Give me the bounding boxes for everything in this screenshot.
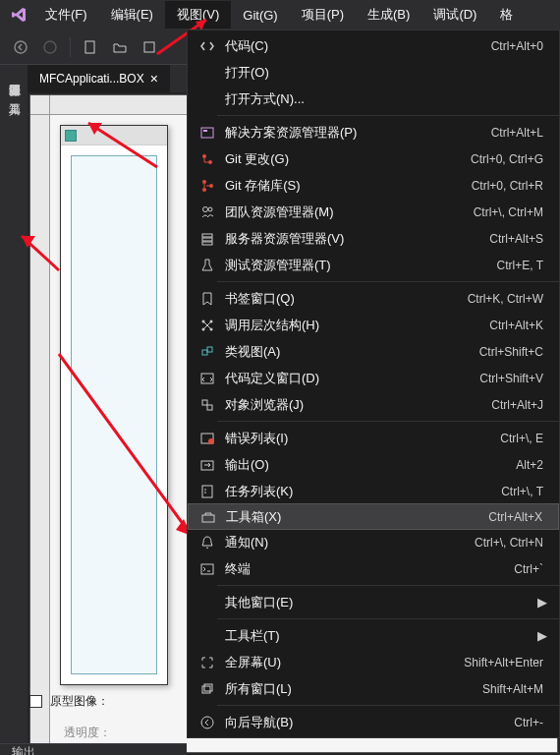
svg-rect-14 <box>202 238 212 241</box>
save-button[interactable] <box>137 34 162 60</box>
menu-separator <box>217 618 559 619</box>
menu-label: Git 更改(G) <box>219 150 471 168</box>
menu-label: 团队资源管理器(M) <box>219 203 474 221</box>
fullscreen-icon <box>196 653 219 672</box>
menu-item[interactable]: 工具栏(T)▶ <box>188 622 559 649</box>
solution-explorer-icon <box>196 123 219 143</box>
svg-rect-21 <box>207 347 212 352</box>
task-list-icon <box>196 482 219 501</box>
nav-fwd-button[interactable] <box>37 34 63 60</box>
navigate-back-icon <box>196 713 219 732</box>
menu-item[interactable]: 向后导航(B)Ctrl+- <box>188 709 559 735</box>
transparency-label: 透明度： <box>64 725 111 741</box>
menu-edit[interactable]: 编辑(E) <box>99 1 165 29</box>
menu-item[interactable]: 解决方案资源管理器(P)Ctrl+Alt+L <box>188 119 559 145</box>
git-changes-icon <box>196 149 219 169</box>
menu-label: 测试资源管理器(T) <box>219 257 497 274</box>
svg-rect-3 <box>144 42 154 52</box>
git-repo-icon <box>196 176 219 196</box>
svg-point-8 <box>202 180 206 184</box>
new-file-button[interactable] <box>78 34 103 60</box>
call-hierarchy-icon <box>196 316 219 335</box>
menu-item[interactable]: 其他窗口(E)▶ <box>188 589 559 615</box>
menu-shortcut: Ctrl+0, Ctrl+R <box>472 179 551 193</box>
svg-rect-15 <box>202 242 212 245</box>
close-icon[interactable]: × <box>150 71 158 87</box>
menu-build[interactable]: 生成(B) <box>356 1 421 29</box>
svg-point-0 <box>15 41 27 53</box>
output-panel-header[interactable]: 输出 <box>0 743 187 755</box>
menu-git[interactable]: Git(G) <box>231 3 289 28</box>
menu-item[interactable]: 打开方式(N)... <box>188 86 559 112</box>
code-definition-icon <box>196 369 219 388</box>
menu-format[interactable]: 格 <box>488 1 525 29</box>
sidebar: 服务器资源管理器 工具箱 <box>0 65 28 755</box>
menu-label: 所有窗口(L) <box>219 680 482 698</box>
svg-point-1 <box>44 41 56 53</box>
menu-label: 服务器资源管理器(V) <box>219 230 489 248</box>
menu-file[interactable]: 文件(F) <box>33 1 99 29</box>
svg-rect-31 <box>202 686 210 693</box>
menu-label: 类视图(A) <box>219 343 479 361</box>
menu-shortcut: Ctrl+\, Ctrl+M <box>474 205 551 219</box>
svg-point-6 <box>202 154 206 158</box>
svg-rect-28 <box>202 486 212 497</box>
tab-title: MFCApplicati...BOX <box>39 72 144 86</box>
menu-item[interactable]: 工具箱(X)Ctrl+Alt+X <box>188 503 559 530</box>
test-explorer-icon <box>196 256 219 275</box>
menu-item[interactable]: 终端Ctrl+` <box>188 555 559 582</box>
menu-item[interactable]: 代码定义窗口(D)Ctrl+Shift+V <box>188 365 559 391</box>
menu-item[interactable]: 打开(O) <box>188 59 559 86</box>
menu-view[interactable]: 视图(V) <box>165 1 231 29</box>
menu-item[interactable]: 团队资源管理器(M)Ctrl+\, Ctrl+M <box>188 199 559 225</box>
svg-rect-23 <box>202 400 207 405</box>
menu-item[interactable]: 错误列表(I)Ctrl+\, E <box>188 425 559 451</box>
menu-item[interactable]: 所有窗口(L)Shift+Alt+M <box>188 675 559 702</box>
menu-debug[interactable]: 调试(D) <box>421 1 488 29</box>
menu-item[interactable]: 服务器资源管理器(V)Ctrl+Alt+S <box>188 225 559 252</box>
menu-item[interactable]: 输出(O)Alt+2 <box>188 451 559 478</box>
svg-rect-30 <box>201 564 213 574</box>
prototype-bar: 原型图像： <box>29 686 187 716</box>
menu-item[interactable]: 代码(C)Ctrl+Alt+0 <box>188 32 559 59</box>
open-button[interactable] <box>107 34 133 60</box>
menu-separator <box>217 421 559 422</box>
menu-shortcut: Ctrl+\, E <box>500 432 551 445</box>
dialog-preview[interactable] <box>60 125 168 685</box>
blank-icon <box>196 626 219 646</box>
vs-logo-icon <box>4 0 33 29</box>
submenu-arrow-icon: ▶ <box>537 595 551 610</box>
sidebar-toolbox[interactable]: 工具箱 <box>0 85 28 104</box>
dialog-icon <box>65 130 77 142</box>
svg-rect-2 <box>85 41 94 53</box>
menu-label: 工具箱(X) <box>220 508 488 526</box>
menu-item[interactable]: 书签窗口(Q)Ctrl+K, Ctrl+W <box>188 285 559 312</box>
menu-item[interactable]: 对象浏览器(J)Ctrl+Alt+J <box>188 391 559 418</box>
nav-back-button[interactable] <box>8 34 33 60</box>
menu-item[interactable]: Git 更改(G)Ctrl+0, Ctrl+G <box>188 145 559 172</box>
menu-item[interactable]: 调用层次结构(H)Ctrl+Alt+K <box>188 312 559 338</box>
error-list-icon <box>196 429 219 448</box>
code-icon <box>196 36 219 56</box>
menu-shortcut: Ctrl+Alt+X <box>488 510 550 524</box>
menu-item[interactable]: 全屏幕(U)Shift+Alt+Enter <box>188 649 559 675</box>
menu-label: 对象浏览器(J) <box>219 396 491 414</box>
menu-item[interactable]: 测试资源管理器(T)Ctrl+E, T <box>188 252 559 278</box>
prototype-checkbox[interactable] <box>29 695 42 708</box>
blank-icon <box>196 593 219 612</box>
menu-item[interactable]: 类视图(A)Ctrl+Shift+C <box>188 338 559 365</box>
menu-item[interactable]: 任务列表(K)Ctrl+\, T <box>188 478 559 504</box>
menu-project[interactable]: 项目(P) <box>290 1 356 29</box>
menu-shortcut: Shift+Alt+M <box>482 682 551 696</box>
menu-item[interactable]: 通知(N)Ctrl+\, Ctrl+N <box>188 529 559 555</box>
all-windows-icon <box>196 679 219 699</box>
object-browser-icon <box>196 395 219 415</box>
svg-point-11 <box>203 206 208 211</box>
menu-label: 代码定义窗口(D) <box>219 370 479 387</box>
menubar: 文件(F) 编辑(E) 视图(V) Git(G) 项目(P) 生成(B) 调试(… <box>0 0 560 29</box>
vertical-ruler <box>30 115 50 752</box>
sidebar-server-explorer[interactable]: 服务器资源管理器 <box>0 65 28 85</box>
menu-item[interactable]: Git 存储库(S)Ctrl+0, Ctrl+R <box>188 172 559 199</box>
menu-shortcut: Alt+2 <box>516 458 551 472</box>
document-tab[interactable]: MFCApplicati...BOX × <box>28 65 170 92</box>
